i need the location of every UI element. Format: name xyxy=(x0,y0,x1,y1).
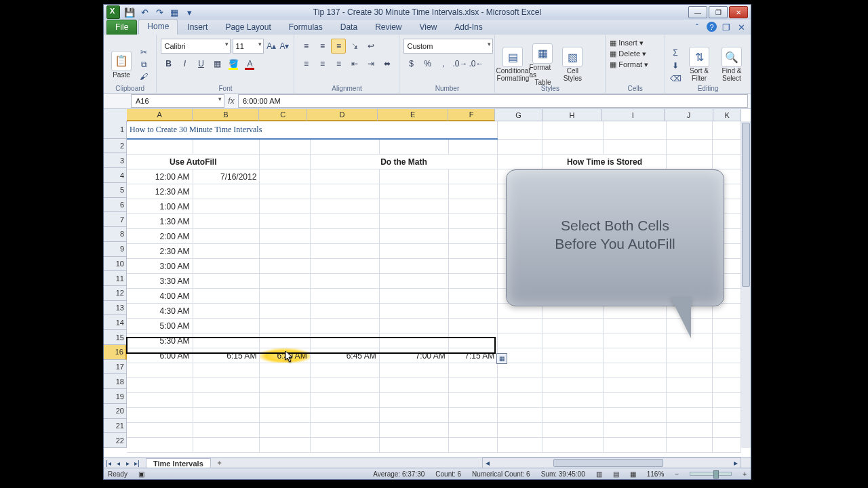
col-header-F[interactable]: F xyxy=(448,109,494,121)
tab-review[interactable]: Review xyxy=(367,20,410,35)
col-header-B[interactable]: B xyxy=(193,109,259,121)
new-sheet-icon[interactable]: ✦ xyxy=(216,459,222,468)
fill-icon[interactable]: ⬇ xyxy=(669,60,682,71)
tab-home[interactable]: Home xyxy=(138,19,178,35)
wrap-text-button[interactable]: ↩ xyxy=(363,39,378,54)
bold-button[interactable]: B xyxy=(161,56,176,71)
row-header-2[interactable]: 2 xyxy=(104,139,127,154)
col-header-D[interactable]: D xyxy=(307,109,378,121)
format-painter-icon[interactable]: 🖌 xyxy=(138,71,150,82)
row-header-21[interactable]: 21 xyxy=(104,419,127,434)
row-header-6[interactable]: 6 xyxy=(104,198,127,213)
tab-file[interactable]: File xyxy=(106,20,137,35)
row-header-3[interactable]: 3 xyxy=(104,153,127,168)
tab-data[interactable]: Data xyxy=(332,20,366,35)
align-top-button[interactable]: ≡ xyxy=(298,39,313,54)
comma-button[interactable]: , xyxy=(436,56,451,71)
view-layout-icon[interactable]: ▤ xyxy=(613,470,619,478)
close-button[interactable]: ✕ xyxy=(729,6,748,18)
doc-restore-icon[interactable]: ❐ xyxy=(721,22,732,33)
shrink-font-icon[interactable]: A▾ xyxy=(279,41,290,52)
zoom-in-button[interactable]: + xyxy=(743,470,747,478)
underline-button[interactable]: U xyxy=(193,56,208,71)
formula-input[interactable]: 6:00:00 AM xyxy=(238,94,748,108)
row-header-15[interactable]: 15 xyxy=(104,330,127,345)
row-header-12[interactable]: 12 xyxy=(104,286,127,301)
tab-page-layout[interactable]: Page Layout xyxy=(217,20,279,35)
sheet-nav[interactable]: |◂◂▸▸| xyxy=(104,459,142,467)
help-icon[interactable]: ? xyxy=(707,22,717,32)
row-header-9[interactable]: 9 xyxy=(104,242,127,257)
borders-button[interactable]: ▦ xyxy=(210,56,224,71)
col-header-I[interactable]: I xyxy=(602,109,665,121)
column-headers[interactable]: ABCDEFGHIJK xyxy=(127,109,741,121)
row-header-4[interactable]: 4 xyxy=(104,168,127,183)
align-middle-button[interactable]: ≡ xyxy=(315,39,330,54)
cells-area[interactable]: How to Create 30 Minute Time IntervalsUs… xyxy=(127,121,741,448)
clear-icon[interactable]: ⌫ xyxy=(669,73,682,84)
font-size-combo[interactable]: 11 xyxy=(233,39,264,54)
align-bottom-button[interactable]: ≡ xyxy=(331,39,346,54)
macro-record-icon[interactable]: ▣ xyxy=(138,470,144,478)
minimize-button[interactable]: — xyxy=(688,6,707,18)
font-name-combo[interactable]: Calibri xyxy=(161,39,230,54)
decrease-indent-button[interactable]: ⇤ xyxy=(347,56,362,71)
delete-cells-button[interactable]: ▦ Delete ▾ xyxy=(610,49,660,58)
tab-insert[interactable]: Insert xyxy=(179,20,216,35)
tab-addins[interactable]: Add-Ins xyxy=(446,20,490,35)
row-header-13[interactable]: 13 xyxy=(104,301,127,316)
align-left-button[interactable]: ≡ xyxy=(298,56,313,71)
row-headers[interactable]: 12345678910111213141516171819202122 xyxy=(104,121,127,448)
align-right-button[interactable]: ≡ xyxy=(331,56,346,71)
tab-formulas[interactable]: Formulas xyxy=(281,20,331,35)
maximize-button[interactable]: ❐ xyxy=(709,6,728,18)
vscroll-thumb[interactable] xyxy=(742,123,750,287)
align-center-button[interactable]: ≡ xyxy=(315,56,330,71)
name-box[interactable]: A16 xyxy=(131,94,224,108)
percent-button[interactable]: % xyxy=(420,56,435,71)
horizontal-scrollbar[interactable]: ◂ ▸ xyxy=(482,458,741,468)
zoom-out-button[interactable]: − xyxy=(675,470,679,478)
fill-color-button[interactable]: 🪣 xyxy=(226,56,241,71)
orientation-button[interactable]: ⭸ xyxy=(347,39,362,54)
accounting-button[interactable]: $ xyxy=(403,56,418,71)
cut-icon[interactable]: ✂ xyxy=(138,47,150,58)
worksheet-grid[interactable]: ABCDEFGHIJK 1234567891011121314151617181… xyxy=(104,109,751,458)
row-header-8[interactable]: 8 xyxy=(104,227,127,242)
col-header-H[interactable]: H xyxy=(542,109,601,121)
row-header-10[interactable]: 10 xyxy=(104,257,127,272)
font-color-button[interactable]: A xyxy=(242,56,257,71)
row-header-17[interactable]: 17 xyxy=(104,360,127,375)
autosum-icon[interactable]: Σ xyxy=(669,47,682,58)
fx-icon[interactable]: fx xyxy=(224,96,238,106)
col-header-E[interactable]: E xyxy=(378,109,448,121)
col-header-C[interactable]: C xyxy=(259,109,307,121)
row-header-7[interactable]: 7 xyxy=(104,212,127,227)
number-format-combo[interactable]: Custom xyxy=(403,39,493,54)
vertical-scrollbar[interactable] xyxy=(741,121,751,448)
zoom-slider[interactable] xyxy=(690,472,732,476)
row-header-16[interactable]: 16 xyxy=(104,345,127,360)
row-header-22[interactable]: 22 xyxy=(104,433,127,448)
row-header-18[interactable]: 18 xyxy=(104,374,127,389)
minimize-ribbon-icon[interactable]: ˇ xyxy=(692,22,703,33)
row-header-5[interactable]: 5 xyxy=(104,183,127,198)
hscroll-thumb[interactable] xyxy=(553,459,663,467)
italic-button[interactable]: I xyxy=(177,56,192,71)
tab-view[interactable]: View xyxy=(412,20,446,35)
copy-icon[interactable]: ⧉ xyxy=(138,59,150,70)
row-header-19[interactable]: 19 xyxy=(104,389,127,404)
doc-close-icon[interactable]: ✕ xyxy=(736,22,747,33)
insert-cells-button[interactable]: ▦ Insert ▾ xyxy=(610,39,660,47)
view-break-icon[interactable]: ▦ xyxy=(630,470,636,478)
view-normal-icon[interactable]: ▥ xyxy=(596,470,602,478)
increase-indent-button[interactable]: ⇥ xyxy=(363,56,378,71)
col-header-K[interactable]: K xyxy=(713,109,741,121)
col-header-G[interactable]: G xyxy=(495,109,542,121)
autofill-options-icon[interactable]: ▦ xyxy=(496,353,507,364)
row-header-14[interactable]: 14 xyxy=(104,315,127,330)
row-header-20[interactable]: 20 xyxy=(104,404,127,419)
col-header-A[interactable]: A xyxy=(127,109,193,121)
col-header-J[interactable]: J xyxy=(665,109,713,121)
increase-decimal-button[interactable]: .0→ xyxy=(452,56,467,71)
